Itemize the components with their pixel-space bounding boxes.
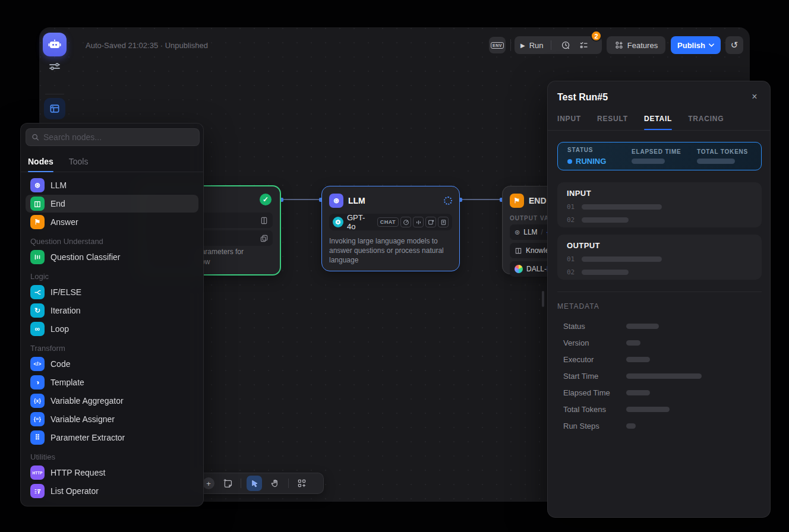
- node-item-label: Template: [51, 378, 84, 387]
- metadata-label: Elapsed Time: [563, 388, 626, 397]
- publish-label: Publish: [677, 41, 705, 50]
- running-spinner-icon: [444, 197, 452, 205]
- add-node-button[interactable]: +: [203, 477, 214, 489]
- copy-docs-icon: [260, 235, 268, 242]
- node-item-ifelse[interactable]: IF/ELSE: [26, 283, 198, 301]
- node-item-end[interactable]: ◫ End: [26, 195, 198, 213]
- canvas-toolbar: +: [196, 473, 324, 494]
- node-item-label: Iteration: [51, 306, 81, 315]
- knowledge-book-icon: [515, 247, 522, 255]
- paragraph-icon: [260, 217, 268, 224]
- node-item-list-operator[interactable]: List Operator: [26, 482, 198, 500]
- question-classifier-icon: [30, 250, 45, 264]
- run-panel-title: Test Run#5: [557, 92, 608, 103]
- section-transform: Transform: [30, 344, 194, 353]
- section-utilities: Utilities: [30, 452, 194, 461]
- metadata-label: Total Tokens: [563, 405, 626, 414]
- end-icon: ◫: [30, 197, 45, 211]
- variable-name: LLM: [523, 228, 537, 236]
- llm-node[interactable]: ⊛ LLM GPT-4o CHAT: [321, 186, 460, 271]
- llm-node-title: LLM: [348, 196, 365, 205]
- section-logic: Logic: [30, 272, 194, 281]
- add-note-button[interactable]: [220, 476, 235, 491]
- organize-icon: [297, 479, 307, 488]
- model-selector[interactable]: GPT-4o CHAT: [329, 214, 452, 230]
- node-item-label: List Operator: [51, 486, 99, 496]
- env-icon: ENV: [491, 42, 504, 49]
- dalle-icon: [515, 265, 523, 273]
- features-button[interactable]: Features: [607, 36, 665, 54]
- variable-aggregator-icon: {x}: [30, 394, 45, 408]
- checklist-button[interactable]: [578, 39, 590, 51]
- node-item-label: Code: [51, 359, 70, 369]
- status-value: RUNING: [567, 157, 632, 166]
- openai-logo-icon: [333, 217, 343, 227]
- clock-play-icon: [561, 40, 571, 50]
- node-item-question-classifier[interactable]: Question Classifier: [26, 248, 198, 266]
- running-dot-icon: [567, 159, 572, 164]
- note-icon: [223, 479, 233, 489]
- cursor-icon: [250, 479, 259, 488]
- metadata-label: Run Steps: [563, 422, 626, 430]
- node-item-template[interactable]: ◑ Template: [26, 373, 198, 391]
- variable-assigner-icon: {=}: [30, 412, 45, 426]
- node-item-answer[interactable]: ⚑ Answer: [26, 213, 198, 231]
- search-box[interactable]: [26, 128, 200, 146]
- node-item-variable-aggregator[interactable]: {x} Variable Aggregator: [26, 392, 198, 410]
- line-number: 01: [567, 203, 575, 211]
- node-item-parameter-extractor[interactable]: ⠿ Parameter Extractor: [26, 429, 198, 446]
- input-card-title: INPUT: [567, 189, 752, 198]
- skeleton-bar: [626, 407, 670, 412]
- tabs-divider: [548, 130, 770, 131]
- env-variables-button[interactable]: ENV: [489, 37, 506, 53]
- organize-nodes-button[interactable]: [294, 476, 310, 491]
- close-button[interactable]: ×: [747, 90, 762, 104]
- node-item-loop[interactable]: ∞ Loop: [26, 320, 198, 338]
- metadata-rows: Status Version Executor Start Time Elaps…: [563, 318, 760, 434]
- run-button[interactable]: ▶ Run: [520, 41, 551, 50]
- hand-tool-button[interactable]: [267, 476, 283, 491]
- canvas-scrollbar-thumb[interactable]: [542, 291, 544, 307]
- tab-input[interactable]: INPUT: [557, 115, 581, 130]
- skeleton-bar: [626, 423, 636, 429]
- test-run-panel: Test Run#5 × INPUT RESULT DETAIL TRACING…: [547, 81, 771, 518]
- topbar-divider: [510, 39, 511, 51]
- path-separator: /: [541, 228, 543, 236]
- workflow-settings-button[interactable]: [48, 59, 62, 74]
- skeleton-bar: [626, 340, 640, 346]
- node-item-llm[interactable]: ⊛ LLM: [26, 176, 198, 194]
- llm-node-icon: ⊛: [329, 194, 343, 208]
- image-capability-icon: [425, 217, 436, 227]
- tab-nodes[interactable]: Nodes: [28, 151, 53, 172]
- pointer-tool-button[interactable]: [247, 476, 262, 491]
- features-icon: [614, 40, 624, 50]
- input-card: INPUT 01 02: [557, 182, 762, 227]
- tab-tracing[interactable]: TRACING: [688, 115, 724, 130]
- search-input[interactable]: [43, 132, 194, 142]
- list-operator-icon: [30, 484, 45, 498]
- node-item-code[interactable]: </> Code: [26, 355, 198, 373]
- add-block-panel-toggle[interactable]: [44, 98, 65, 119]
- version-history-button[interactable]: ↺: [725, 36, 743, 54]
- node-item-http-request[interactable]: HTTP HTTP Request: [26, 464, 198, 482]
- app-logo[interactable]: [43, 33, 67, 56]
- model-name: GPT-4o: [347, 213, 374, 231]
- node-item-iteration[interactable]: ↻ Iteration: [26, 302, 198, 319]
- skeleton-bar: [626, 357, 650, 362]
- node-item-variable-assigner[interactable]: {=} Variable Assigner: [26, 410, 198, 428]
- node-item-label: Answer: [51, 217, 78, 227]
- tab-result[interactable]: RESULT: [597, 115, 628, 130]
- history-icon: ↺: [731, 40, 738, 50]
- run-history-button[interactable]: [560, 39, 572, 51]
- publish-button[interactable]: Publish: [671, 36, 721, 54]
- chevron-down-icon: [709, 43, 714, 47]
- template-icon: ◑: [30, 375, 45, 390]
- ifelse-icon: [30, 285, 45, 299]
- blocks-panel-icon: [49, 103, 61, 115]
- tab-detail[interactable]: DETAIL: [644, 115, 672, 130]
- toolbar-divider: [288, 479, 289, 488]
- node-item-label: Loop: [51, 324, 69, 334]
- metadata-divider: [557, 292, 762, 292]
- metadata-label: Start Time: [563, 372, 626, 381]
- tab-tools[interactable]: Tools: [69, 151, 89, 172]
